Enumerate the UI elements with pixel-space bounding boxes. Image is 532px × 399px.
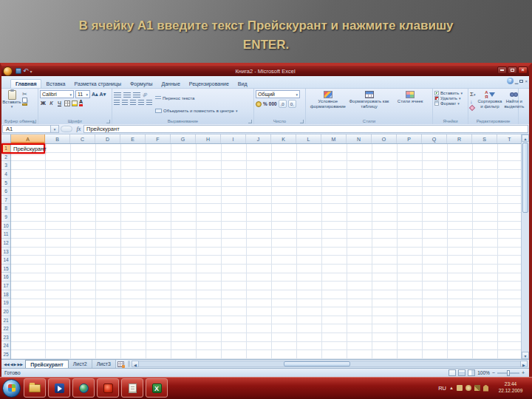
accounting-format-icon[interactable] — [256, 101, 262, 107]
ribbon-tab[interactable]: Вставка — [41, 80, 69, 88]
column-header-M[interactable]: M — [321, 134, 347, 143]
row-header-17[interactable]: 17 — [1, 282, 10, 290]
decrease-indent-icon[interactable] — [138, 100, 144, 105]
column-header-H[interactable]: H — [196, 134, 221, 143]
shrink-font-icon[interactable]: A▾ — [100, 92, 106, 98]
column-header-E[interactable]: E — [120, 134, 146, 143]
conditional-formatting-button[interactable]: Условное форматирование — [307, 90, 349, 117]
italic-button[interactable]: К — [48, 100, 55, 106]
column-header-D[interactable]: D — [95, 134, 120, 143]
scroll-up-icon[interactable]: ▲ — [522, 134, 529, 142]
format-cells-button[interactable]: Формат ▾ — [434, 101, 466, 106]
row-header-10[interactable]: 10 — [1, 222, 10, 231]
name-box[interactable]: A1 — [2, 125, 51, 133]
sheet-tab[interactable]: Лист2 — [69, 360, 92, 368]
format-painter-icon[interactable] — [22, 103, 27, 106]
delete-cells-button[interactable]: Удалить ▾ — [434, 96, 466, 100]
font-color-icon[interactable]: А — [79, 100, 83, 106]
column-header-C[interactable]: C — [70, 134, 95, 143]
borders-icon[interactable] — [64, 100, 70, 106]
column-header-K[interactable]: K — [271, 134, 296, 143]
language-indicator[interactable]: RU — [438, 385, 446, 392]
grid-body[interactable]: 1234567891011121314151617181920212223242… — [1, 144, 521, 359]
column-header-N[interactable]: N — [347, 134, 372, 143]
row-header-6[interactable]: 6 — [1, 187, 10, 196]
ribbon-tab[interactable]: Формулы — [126, 80, 157, 88]
browser-button[interactable] — [72, 378, 95, 398]
folder-button[interactable] — [24, 378, 46, 398]
minimize-button[interactable] — [497, 66, 507, 74]
grow-font-icon[interactable]: A▴ — [92, 92, 98, 98]
clipboard-dialog-launcher-icon[interactable] — [33, 120, 36, 123]
tray-icon[interactable] — [457, 385, 463, 391]
row-header-19[interactable]: 19 — [1, 299, 10, 307]
horizontal-scroll-track[interactable] — [139, 361, 520, 367]
horizontal-scroll-thumb[interactable] — [284, 361, 350, 366]
cell-a1[interactable]: Прейскурант — [13, 146, 47, 152]
ribbon-tab[interactable]: Разметка страницы — [70, 80, 126, 88]
tab-split-handle[interactable] — [128, 361, 130, 367]
merge-center-button[interactable]: Объединить и поместить в центре ▾ — [155, 109, 237, 113]
spreadsheet-grid[interactable]: ABCDEFGHIJKLMNOPQRST 1234567891011121314… — [1, 134, 521, 359]
row-header-3[interactable]: 3 — [1, 161, 10, 170]
fill-icon[interactable]: ↓ — [470, 99, 475, 104]
row-header-16[interactable]: 16 — [1, 273, 10, 282]
underline-button[interactable]: Ч — [56, 100, 63, 106]
column-header-A[interactable]: A — [11, 134, 45, 143]
row-header-2[interactable]: 2 — [1, 153, 10, 162]
row-header-11[interactable]: 11 — [1, 230, 10, 239]
bold-button[interactable]: Ж — [40, 100, 47, 106]
vertical-scroll-thumb[interactable] — [522, 143, 528, 213]
increase-decimal-icon[interactable]: ,0 — [279, 100, 287, 108]
column-header-S[interactable]: S — [472, 134, 497, 143]
row-header-7[interactable]: 7 — [1, 196, 10, 205]
horizontal-scrollbar[interactable]: ◀ ▶ — [132, 361, 528, 367]
column-header-O[interactable]: O — [372, 134, 397, 143]
format-as-table-button[interactable]: Форматировать как таблицу — [349, 90, 390, 117]
row-header-22[interactable]: 22 — [1, 324, 10, 333]
orientation-icon[interactable]: ab — [142, 92, 149, 99]
column-header-T[interactable]: T — [497, 134, 521, 143]
column-header-F[interactable]: F — [146, 134, 171, 143]
zoom-level[interactable]: 100% — [477, 370, 490, 375]
ribbon-tab[interactable]: Главная — [10, 79, 41, 88]
column-header-L[interactable]: L — [296, 134, 321, 143]
comma-style-button[interactable]: 000 — [269, 101, 277, 106]
align-bottom-icon[interactable] — [133, 92, 140, 98]
normal-view-icon[interactable] — [449, 369, 456, 376]
tray-icon[interactable] — [483, 385, 488, 392]
insert-sheet-button[interactable] — [116, 360, 126, 368]
zoom-slider[interactable] — [497, 372, 519, 374]
row-header-8[interactable]: 8 — [1, 204, 10, 213]
copy-icon[interactable] — [22, 98, 27, 103]
cell-styles-button[interactable]: Стили ячеек — [389, 90, 431, 117]
select-all-corner[interactable] — [1, 134, 11, 143]
vertical-scroll-track[interactable] — [522, 214, 529, 352]
formula-input[interactable]: Прейскурант — [83, 125, 528, 133]
align-center-icon[interactable] — [122, 100, 128, 105]
insert-function-icon[interactable]: fx — [74, 125, 83, 133]
prev-sheet-icon[interactable]: ◀ — [10, 362, 13, 366]
row-header-15[interactable]: 15 — [1, 265, 10, 273]
start-button[interactable] — [2, 379, 21, 398]
column-header-Q[interactable]: Q — [422, 134, 447, 143]
column-header-B[interactable]: B — [45, 134, 70, 143]
zoom-out-icon[interactable]: − — [492, 370, 495, 375]
cut-icon[interactable]: ✂ — [22, 92, 27, 97]
ribbon-tab[interactable]: Данные — [157, 80, 184, 88]
column-header-G[interactable]: G — [171, 134, 196, 143]
align-top-icon[interactable] — [114, 92, 121, 98]
tray-expand-icon[interactable]: ▲ — [449, 386, 454, 390]
workbook-minimize-icon[interactable]: ▁ — [515, 78, 519, 84]
autosum-button[interactable]: Σ▾ — [470, 92, 475, 98]
row-header-23[interactable]: 23 — [1, 333, 10, 342]
percent-style-button[interactable]: % — [263, 101, 267, 106]
scroll-left-icon[interactable]: ◀ — [132, 361, 139, 367]
align-right-icon[interactable] — [130, 100, 136, 105]
font-size-select[interactable]: 11 ▾ — [75, 90, 90, 98]
paste-button[interactable]: Вставить ▾ — [3, 90, 21, 117]
media-player-button[interactable] — [48, 378, 70, 398]
next-sheet-icon[interactable]: ▶ — [14, 362, 17, 366]
scroll-right-icon[interactable]: ▶ — [520, 361, 528, 367]
column-header-I[interactable]: I — [221, 134, 246, 143]
